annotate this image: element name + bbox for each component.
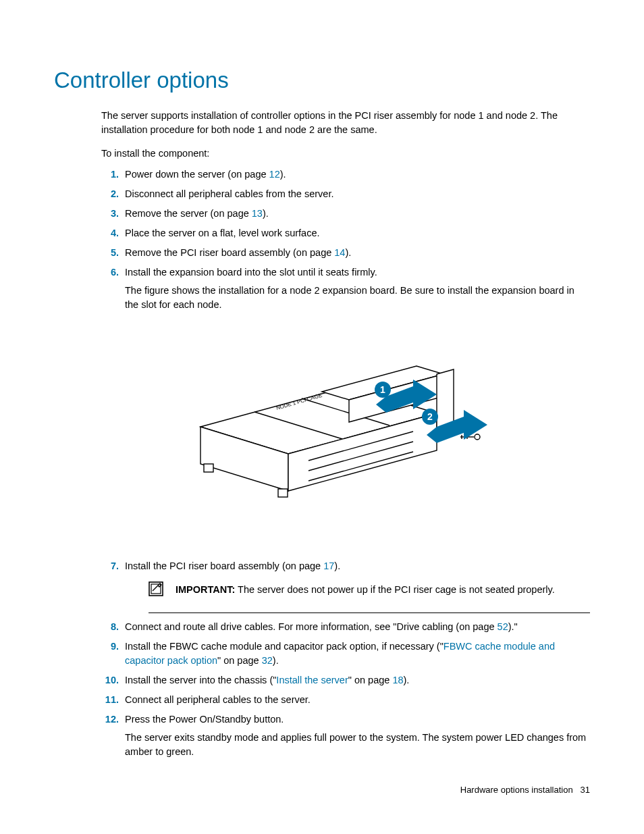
step-number: 8.	[101, 620, 119, 634]
text-pre: Remove the PCI riser board assembly (on …	[125, 247, 334, 258]
step-12: 12. Press the Power On/Standby button. T…	[101, 712, 590, 759]
step-number: 11.	[101, 693, 119, 707]
step-number: 9.	[101, 640, 119, 654]
svg-point-13	[475, 434, 480, 440]
figure-installation: 1 2 NODE 1 PCI CAGE	[54, 332, 590, 539]
step-text: Press the Power On/Standby button.	[125, 712, 590, 727]
step-text: Connect all peripheral cables to the ser…	[125, 693, 590, 707]
step-number: 6.	[101, 265, 119, 280]
step-text: Remove the server (on page 13).	[125, 207, 590, 221]
svg-rect-25	[151, 584, 161, 594]
step-number: 10.	[101, 673, 119, 687]
important-icon	[149, 581, 163, 600]
text-post: ).	[280, 169, 286, 180]
step-6: 6. Install the expansion board into the …	[101, 265, 590, 312]
callout-2: 2	[422, 409, 438, 425]
important-body: The server does not power up if the PCI …	[235, 584, 554, 595]
text-pre: Install the FBWC cache module and capaci…	[125, 641, 444, 652]
step-text: Disconnect all peripheral cables from th…	[125, 187, 590, 201]
step-number: 12.	[101, 712, 119, 727]
page-link[interactable]: 12	[269, 169, 280, 180]
step-3: 3. Remove the server (on page 13).	[101, 207, 590, 221]
text-mid: " on page	[217, 655, 262, 666]
step-number: 5.	[101, 246, 119, 260]
step-1: 1. Power down the server (on page 12).	[101, 167, 590, 182]
step-number: 3.	[101, 207, 119, 221]
page-footer: Hardware options installation 31	[460, 784, 590, 797]
footer-page-number: 31	[581, 785, 590, 795]
step-subtext: The figure shows the installation for a …	[125, 284, 590, 312]
page-link[interactable]: 14	[334, 247, 345, 258]
step-9: 9. Install the FBWC cache module and cap…	[101, 640, 590, 668]
step-subtext: The server exits standby mode and applie…	[125, 731, 590, 759]
page-link[interactable]: 52	[498, 621, 508, 632]
important-note: IMPORTANT: The server does not power up …	[149, 579, 590, 613]
text-post: ).	[334, 561, 340, 571]
page-link[interactable]: 18	[392, 675, 403, 685]
step-text: Power down the server (on page 12).	[125, 167, 590, 182]
text-post: ).	[404, 675, 410, 685]
cross-ref-link[interactable]: Install the server	[276, 675, 348, 685]
text-pre: Power down the server (on page	[125, 169, 269, 180]
step-10: 10. Install the server into the chassis …	[101, 673, 590, 687]
step-text: Remove the PCI riser board assembly (on …	[125, 246, 590, 260]
important-text: IMPORTANT: The server does not power up …	[176, 583, 590, 597]
step-text: Install the expansion board into the slo…	[125, 265, 590, 280]
svg-rect-8	[204, 464, 213, 472]
footer-section: Hardware options installation	[460, 785, 573, 795]
step-5: 5. Remove the PCI riser board assembly (…	[101, 246, 590, 260]
page-body: Controller options The server supports i…	[0, 0, 644, 805]
step-text: Place the server on a flat, level work s…	[125, 226, 590, 240]
step-text: Install the FBWC cache module and capaci…	[125, 640, 590, 668]
step-number: 4.	[101, 226, 119, 240]
text-post: ).	[345, 247, 351, 258]
text-post: )."	[508, 621, 518, 632]
svg-rect-9	[278, 489, 288, 497]
text-pre: Install the server into the chassis ("	[125, 675, 276, 685]
text-post: ).	[273, 655, 279, 666]
step-text: Install the PCI riser board assembly (on…	[125, 559, 590, 573]
text-mid: " on page	[348, 675, 393, 685]
text-pre: Remove the server (on page	[125, 208, 252, 219]
lead-line: To install the component:	[101, 147, 590, 161]
intro-paragraph: The server supports installation of cont…	[101, 109, 590, 137]
step-text: Connect and route all drive cables. For …	[125, 620, 590, 634]
step-2: 2. Disconnect all peripheral cables from…	[101, 187, 590, 201]
page-link[interactable]: 17	[323, 561, 334, 571]
important-label: IMPORTANT:	[176, 584, 235, 595]
page-title: Controller options	[54, 64, 590, 97]
callout-2-label: 2	[427, 411, 433, 422]
step-8: 8. Connect and route all drive cables. F…	[101, 620, 590, 634]
step-text: Install the server into the chassis ("In…	[125, 673, 590, 687]
page-link[interactable]: 13	[252, 208, 263, 219]
text-pre: Connect and route all drive cables. For …	[125, 621, 498, 632]
callout-1-label: 1	[380, 384, 385, 395]
step-number: 2.	[101, 187, 119, 201]
step-7: 7. Install the PCI riser board assembly …	[101, 559, 590, 613]
callout-1: 1	[375, 382, 391, 398]
text-pre: Install the PCI riser board assembly (on…	[125, 561, 323, 571]
page-link[interactable]: 32	[262, 655, 273, 666]
steps-list-b: 7. Install the PCI riser board assembly …	[101, 559, 590, 759]
text-post: ).	[263, 208, 269, 219]
step-number: 7.	[101, 559, 119, 573]
pci-riser-diagram: 1 2 NODE 1 PCI CAGE	[146, 332, 498, 535]
steps-list-a: 1. Power down the server (on page 12). 2…	[101, 167, 590, 312]
step-11: 11. Connect all peripheral cables to the…	[101, 693, 590, 707]
step-number: 1.	[101, 167, 119, 182]
step-4: 4. Place the server on a flat, level wor…	[101, 226, 590, 240]
